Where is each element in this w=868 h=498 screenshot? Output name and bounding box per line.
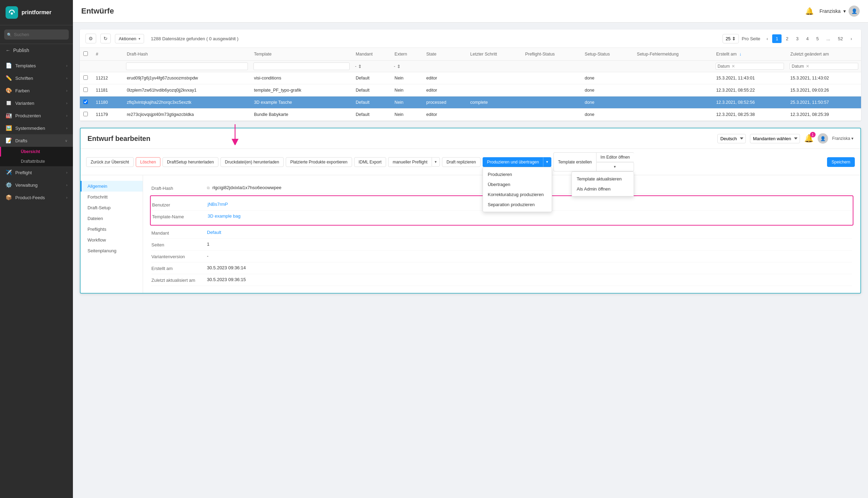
template-aktualisieren-item[interactable]: Template aktualisieren: [572, 174, 634, 184]
filter-hash-input[interactable]: [126, 62, 248, 70]
preflight-caret-button[interactable]: ▾: [432, 157, 440, 167]
select-all-checkbox[interactable]: [83, 51, 88, 56]
erstellt-clear-button[interactable]: ✕: [731, 64, 736, 69]
filter-template-input[interactable]: [253, 62, 350, 70]
per-page-select[interactable]: 25 ⇕: [723, 34, 739, 43]
sidebar-item-schriften[interactable]: ✏️ Schriften ›: [0, 72, 73, 84]
sidebar-item-farben[interactable]: 🎨 Farben ›: [0, 84, 73, 97]
row-erstellt: 12.3.2021, 08:55:22: [713, 84, 787, 96]
next-page-button[interactable]: ›: [847, 34, 856, 43]
loschen-button[interactable]: Löschen: [136, 157, 160, 167]
row-checkbox[interactable]: [83, 100, 88, 104]
dropdown-korrekturabzug[interactable]: Korrekturabzug produzieren: [483, 189, 552, 200]
speichern-button[interactable]: Speichern: [827, 157, 855, 167]
edit-nav-preflights[interactable]: Preflights: [81, 224, 143, 235]
edit-panel-title: Entwurf bearbeiten: [87, 135, 150, 143]
page-2-button[interactable]: 2: [782, 34, 792, 43]
farben-icon: 🎨: [6, 87, 12, 94]
sidebar-item-preflight[interactable]: ✈️ Preflight ›: [0, 166, 73, 179]
replizieren-button[interactable]: Draft replizieren: [442, 157, 481, 167]
schriften-label: Schriften: [15, 76, 33, 81]
row-checkbox[interactable]: [83, 87, 88, 92]
im-editor-button[interactable]: Im Editor öffnen: [596, 152, 634, 162]
edit-nav-workflow[interactable]: Workflow: [81, 235, 143, 245]
draft-setup-button[interactable]: DraftSetup herunterladen: [162, 157, 218, 167]
edit-nav-seitenplanung[interactable]: Seitenplanung: [81, 245, 143, 256]
actions-dropdown[interactable]: Aktionen ▾: [115, 34, 144, 43]
erstellt-date-filter[interactable]: Datum ✕: [716, 63, 784, 70]
platzierte-button[interactable]: Platzierte Produkte exportieren: [286, 157, 352, 167]
table-row[interactable]: 11212 erud09j7g6j1yv4fg67zusoozmstxpdw v…: [80, 72, 861, 84]
template-erstellen-group: Template erstellen Im Editor öffnen ▾: [553, 152, 634, 171]
template-erstellen-button[interactable]: Template erstellen: [553, 152, 596, 171]
sidebar-item-drafts[interactable]: 📝 Drafts ∨: [0, 134, 73, 147]
page-5-button[interactable]: 5: [813, 34, 822, 43]
search-input[interactable]: [4, 29, 69, 40]
template-name-value[interactable]: 3D example bag: [208, 213, 851, 219]
mandant-value[interactable]: Default: [207, 230, 852, 235]
refresh-button[interactable]: ↻: [100, 34, 111, 43]
zuletzt-clear-button[interactable]: ✕: [805, 64, 810, 69]
sidebar-item-varianten[interactable]: ◻️ Varianten ›: [0, 97, 73, 109]
page-4-button[interactable]: 4: [803, 34, 812, 43]
edit-user-avatar[interactable]: 👤: [818, 133, 828, 144]
dropdown-ubertragen[interactable]: Übertragen: [483, 179, 552, 189]
table-row[interactable]: 11181 0lzplem7zw61hvdib6yozq0jj2kvxay1 t…: [80, 84, 861, 96]
user-menu[interactable]: Franziska ▾ 👤: [819, 6, 860, 17]
mandant-filter[interactable]: - ⇕: [355, 64, 389, 69]
zuletzt-date-filter[interactable]: Datum ✕: [790, 63, 858, 70]
idml-button[interactable]: IDML Export: [354, 157, 386, 167]
mandant-select[interactable]: Mandanten wählen: [750, 134, 800, 143]
produzieren-button[interactable]: Produzieren und übertragen: [483, 157, 543, 167]
filter-state: [423, 61, 467, 72]
pro-seite-label: Pro Seite: [742, 36, 760, 41]
th-extern: Extern: [391, 48, 423, 61]
edit-nav-fortschritt[interactable]: Fortschritt: [81, 192, 143, 202]
sidebar-item-produzenten[interactable]: 🏭 Produzenten ›: [0, 109, 73, 122]
row-letzter: [467, 72, 521, 84]
publish-nav[interactable]: ← Publish: [0, 44, 73, 57]
page-1-button[interactable]: 1: [772, 34, 782, 43]
edit-nav-dateien[interactable]: Dateien: [81, 213, 143, 224]
sidebar-item-draftattribute[interactable]: Draftattribute: [0, 157, 73, 166]
row-checkbox[interactable]: [83, 112, 88, 116]
edit-notification-bell[interactable]: 🔔 1: [804, 134, 813, 143]
edit-nav-allgemein[interactable]: Allgemein: [81, 181, 143, 192]
row-preflight: [521, 109, 581, 121]
zuruck-button[interactable]: Zurück zur Übersicht: [86, 157, 134, 167]
filter-hash: [123, 61, 250, 72]
page-last-button[interactable]: 52: [834, 34, 846, 43]
editor-caret-button[interactable]: ▾: [596, 162, 634, 171]
produzieren-caret-button[interactable]: ▾: [543, 157, 551, 167]
preflight-button[interactable]: manueller Preflight: [388, 157, 432, 167]
sidebar-item-product-feeds[interactable]: 📦 Product-Feeds ›: [0, 191, 73, 204]
sidebar-item-verwaltung[interactable]: ⚙️ Verwaltung ›: [0, 179, 73, 191]
dropdown-produzieren[interactable]: Produzieren: [483, 169, 552, 179]
franziska-dropdown-icon[interactable]: Franziska ▾: [832, 136, 853, 141]
als-admin-item[interactable]: Als Admin öffnen: [572, 184, 634, 194]
page-3-button[interactable]: 3: [793, 34, 802, 43]
language-select[interactable]: Deutsch: [717, 134, 746, 143]
prev-page-button[interactable]: ‹: [763, 34, 771, 43]
dropdown-separation[interactable]: Separation produzieren: [483, 200, 552, 210]
produzieren-wrapper: Produzieren und übertragen ▾ Produzieren…: [483, 157, 551, 167]
notification-bell-icon[interactable]: 🔔: [805, 7, 814, 15]
logo[interactable]: printformer: [0, 0, 73, 25]
settings-button[interactable]: ⚙: [85, 34, 96, 43]
sidebar-item-templates[interactable]: 📄 Templates ›: [0, 59, 73, 72]
draftattribute-label: Draftattribute: [21, 159, 45, 164]
sidebar-item-ubersicht[interactable]: Übersicht: [0, 147, 73, 157]
extern-filter-value: -: [394, 64, 395, 69]
benutzer-label: Benutzer: [152, 202, 208, 208]
row-preflight: [521, 84, 581, 96]
table-section: ⚙ ↻ Aktionen ▾ 1288 Datensätze gefunden …: [80, 29, 861, 121]
druckdateien-button[interactable]: Druckdatei(en) herunterladen: [220, 157, 284, 167]
extern-filter[interactable]: - ⇕: [394, 64, 420, 69]
row-template: Bundle Babykarte: [251, 109, 352, 121]
table-row[interactable]: 11180 zflq3vintqkajiha22horqc3xc5exztk 3…: [80, 96, 861, 109]
row-checkbox[interactable]: [83, 75, 88, 80]
table-row[interactable]: 11179 re273cjiovqsjpt40m73gtigwzcbldka B…: [80, 109, 861, 121]
row-template: visi-conditions: [251, 72, 352, 84]
sidebar-item-systemmedien[interactable]: 🖼️ Systemmedien ›: [0, 122, 73, 134]
edit-nav-draft-setup[interactable]: Draft-Setup: [81, 202, 143, 213]
